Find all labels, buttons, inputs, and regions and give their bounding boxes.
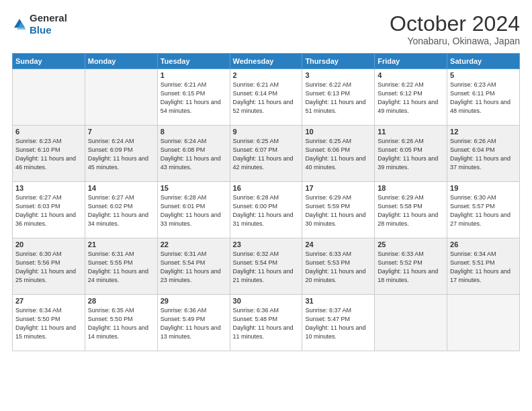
cell-info: Sunrise: 6:33 AMSunset: 5:53 PMDaylight:…	[305, 250, 371, 285]
table-row: 5Sunrise: 6:23 AMSunset: 6:11 PMDaylight…	[447, 69, 520, 126]
logo-icon	[12, 17, 27, 32]
daylight-text: Daylight: 11 hours and 49 minutes.	[378, 99, 438, 114]
day-number: 16	[233, 184, 300, 192]
day-number: 9	[233, 128, 300, 136]
daylight-text: Daylight: 11 hours and 34 minutes.	[88, 212, 148, 227]
table-row: 10Sunrise: 6:25 AMSunset: 6:06 PMDayligh…	[302, 126, 375, 182]
cell-info: Sunrise: 6:29 AMSunset: 5:59 PMDaylight:…	[305, 193, 371, 228]
day-number: 18	[378, 184, 444, 192]
sunset-text: Sunset: 6:00 PM	[233, 203, 278, 210]
day-number: 28	[88, 297, 154, 305]
table-row	[85, 69, 157, 126]
sunset-text: Sunset: 5:54 PM	[233, 259, 278, 266]
sunset-text: Sunset: 6:07 PM	[233, 146, 278, 153]
table-row	[375, 295, 447, 351]
calendar-week-row: 13Sunrise: 6:27 AMSunset: 6:03 PMDayligh…	[13, 182, 520, 238]
cell-info: Sunrise: 6:27 AMSunset: 6:02 PMDaylight:…	[88, 193, 154, 228]
sunrise-text: Sunrise: 6:33 AM	[305, 250, 351, 257]
table-row: 4Sunrise: 6:22 AMSunset: 6:12 PMDaylight…	[375, 69, 447, 126]
day-number: 19	[450, 184, 517, 192]
sunset-text: Sunset: 6:11 PM	[450, 90, 495, 97]
sunset-text: Sunset: 5:48 PM	[233, 316, 278, 322]
daylight-text: Daylight: 11 hours and 48 minutes.	[450, 99, 511, 114]
col-friday: Friday	[375, 54, 447, 69]
cell-info: Sunrise: 6:28 AMSunset: 6:00 PMDaylight:…	[233, 193, 300, 228]
cell-info: Sunrise: 6:34 AMSunset: 5:51 PMDaylight:…	[450, 250, 517, 285]
sunrise-text: Sunrise: 6:25 AM	[305, 138, 351, 144]
daylight-text: Daylight: 11 hours and 37 minutes.	[450, 155, 511, 171]
header: General Blue October 2024 Yonabaru, Okin…	[12, 12, 520, 46]
day-number: 25	[378, 240, 444, 248]
sunrise-text: Sunrise: 6:36 AM	[233, 307, 279, 314]
day-number: 4	[378, 71, 444, 79]
table-row: 8Sunrise: 6:24 AMSunset: 6:08 PMDaylight…	[157, 126, 230, 182]
sunrise-text: Sunrise: 6:22 AM	[378, 81, 424, 88]
calendar-week-row: 1Sunrise: 6:21 AMSunset: 6:15 PMDaylight…	[13, 69, 520, 126]
table-row: 2Sunrise: 6:21 AMSunset: 6:14 PMDaylight…	[230, 69, 302, 126]
table-row: 9Sunrise: 6:25 AMSunset: 6:07 PMDaylight…	[230, 126, 302, 182]
sunrise-text: Sunrise: 6:36 AM	[161, 307, 207, 314]
day-number: 8	[161, 128, 227, 136]
cell-info: Sunrise: 6:24 AMSunset: 6:08 PMDaylight:…	[161, 137, 227, 172]
sunrise-text: Sunrise: 6:26 AM	[378, 138, 424, 144]
daylight-text: Daylight: 11 hours and 24 minutes.	[88, 268, 148, 283]
day-number: 21	[88, 240, 154, 248]
cell-info: Sunrise: 6:32 AMSunset: 5:54 PMDaylight:…	[233, 250, 300, 285]
sunrise-text: Sunrise: 6:31 AM	[161, 250, 207, 257]
day-number: 12	[450, 128, 517, 136]
day-number: 27	[15, 297, 82, 305]
col-saturday: Saturday	[447, 54, 520, 69]
daylight-text: Daylight: 11 hours and 40 minutes.	[305, 155, 365, 171]
table-row: 31Sunrise: 6:37 AMSunset: 5:47 PMDayligh…	[302, 295, 375, 351]
sunrise-text: Sunrise: 6:32 AM	[233, 250, 279, 257]
cell-info: Sunrise: 6:24 AMSunset: 6:09 PMDaylight:…	[88, 137, 154, 172]
table-row: 16Sunrise: 6:28 AMSunset: 6:00 PMDayligh…	[230, 182, 302, 238]
cell-info: Sunrise: 6:29 AMSunset: 5:58 PMDaylight:…	[378, 193, 444, 228]
calendar-table: Sunday Monday Tuesday Wednesday Thursday…	[12, 53, 520, 351]
logo-general: General	[30, 12, 67, 24]
table-row: 3Sunrise: 6:22 AMSunset: 6:13 PMDaylight…	[302, 69, 375, 126]
daylight-text: Daylight: 11 hours and 20 minutes.	[305, 268, 365, 283]
sunrise-text: Sunrise: 6:25 AM	[233, 138, 279, 144]
day-number: 29	[161, 297, 227, 305]
daylight-text: Daylight: 11 hours and 17 minutes.	[450, 268, 511, 283]
daylight-text: Daylight: 11 hours and 52 minutes.	[233, 99, 294, 114]
table-row: 28Sunrise: 6:35 AMSunset: 5:50 PMDayligh…	[85, 295, 157, 351]
sunrise-text: Sunrise: 6:28 AM	[233, 194, 279, 201]
logo-blue: Blue	[30, 24, 52, 36]
sunrise-text: Sunrise: 6:30 AM	[15, 250, 62, 257]
daylight-text: Daylight: 11 hours and 39 minutes.	[378, 155, 438, 171]
table-row: 14Sunrise: 6:27 AMSunset: 6:02 PMDayligh…	[85, 182, 157, 238]
sunset-text: Sunset: 5:52 PM	[378, 259, 423, 266]
daylight-text: Daylight: 11 hours and 23 minutes.	[161, 268, 221, 283]
table-row	[447, 295, 520, 351]
day-number: 2	[233, 71, 300, 79]
daylight-text: Daylight: 11 hours and 46 minutes.	[15, 155, 76, 171]
cell-info: Sunrise: 6:22 AMSunset: 6:13 PMDaylight:…	[305, 81, 371, 116]
cell-info: Sunrise: 6:22 AMSunset: 6:12 PMDaylight:…	[378, 81, 444, 116]
sunset-text: Sunset: 6:12 PM	[378, 90, 423, 97]
cell-info: Sunrise: 6:31 AMSunset: 5:55 PMDaylight:…	[88, 250, 154, 285]
daylight-text: Daylight: 11 hours and 13 minutes.	[161, 324, 221, 340]
sunset-text: Sunset: 6:09 PM	[88, 146, 133, 153]
sunrise-text: Sunrise: 6:35 AM	[88, 307, 134, 314]
daylight-text: Daylight: 11 hours and 51 minutes.	[305, 99, 365, 114]
cell-info: Sunrise: 6:34 AMSunset: 5:50 PMDaylight:…	[15, 306, 82, 341]
cell-info: Sunrise: 6:37 AMSunset: 5:47 PMDaylight:…	[305, 306, 371, 341]
location-title: Yonabaru, Okinawa, Japan	[390, 36, 520, 46]
daylight-text: Daylight: 11 hours and 33 minutes.	[161, 212, 221, 227]
sunset-text: Sunset: 5:54 PM	[161, 259, 206, 266]
sunrise-text: Sunrise: 6:29 AM	[378, 194, 424, 201]
table-row: 20Sunrise: 6:30 AMSunset: 5:56 PMDayligh…	[13, 238, 85, 295]
sunrise-text: Sunrise: 6:31 AM	[88, 250, 134, 257]
day-number: 5	[450, 71, 517, 79]
col-tuesday: Tuesday	[157, 54, 230, 69]
cell-info: Sunrise: 6:21 AMSunset: 6:15 PMDaylight:…	[161, 81, 227, 116]
day-number: 26	[450, 240, 517, 248]
table-row: 1Sunrise: 6:21 AMSunset: 6:15 PMDaylight…	[157, 69, 230, 126]
cell-info: Sunrise: 6:30 AMSunset: 5:57 PMDaylight:…	[450, 193, 517, 228]
table-row: 18Sunrise: 6:29 AMSunset: 5:58 PMDayligh…	[375, 182, 447, 238]
day-number: 6	[15, 128, 82, 136]
daylight-text: Daylight: 11 hours and 30 minutes.	[305, 212, 365, 227]
table-row: 30Sunrise: 6:36 AMSunset: 5:48 PMDayligh…	[230, 295, 302, 351]
